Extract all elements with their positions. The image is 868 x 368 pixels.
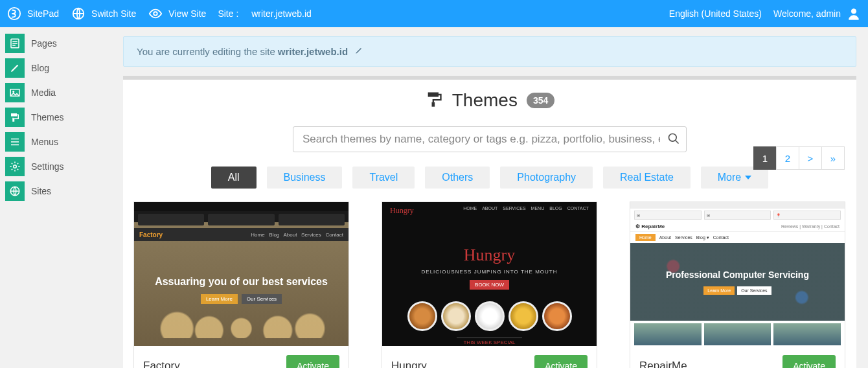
sidebar-label: Blog	[31, 63, 49, 73]
sidebar-item-settings[interactable]: Settings	[5, 157, 105, 176]
filter-more-label: More	[718, 172, 741, 183]
theme-preview: FactoryHome Blog About Services Contact …	[134, 202, 348, 346]
view-site[interactable]: View Site	[148, 6, 206, 21]
switch-site-label: Switch Site	[91, 8, 136, 19]
sidebar-label: Menus	[31, 137, 58, 147]
user-icon	[846, 6, 862, 21]
editing-site-notice: You are currently editing the site write…	[123, 36, 856, 67]
site-label-prefix: Site :	[218, 8, 238, 19]
notice-prefix: You are currently editing the site	[137, 46, 275, 57]
sidebar: Pages Blog Media Themes Menus Settings S…	[0, 27, 110, 213]
theme-name: RepairMe	[639, 360, 687, 368]
welcome-label: Welcome, admin	[773, 8, 841, 19]
topbar: SitePad Switch Site View Site Site : wri…	[0, 0, 868, 27]
sidebar-item-media[interactable]: Media	[5, 83, 105, 102]
media-icon	[5, 83, 25, 102]
svg-point-12	[669, 134, 677, 142]
page-1[interactable]: 1	[753, 146, 777, 170]
brand-label: SitePad	[27, 8, 59, 19]
filter-business[interactable]: Business	[267, 167, 343, 189]
menus-icon	[5, 132, 25, 152]
svg-point-3	[851, 9, 856, 14]
page-2[interactable]: 2	[776, 146, 799, 170]
activate-button[interactable]: Activate	[286, 355, 339, 368]
svg-point-2	[154, 12, 158, 16]
theme-cards: FactoryHome Blog About Services Contact …	[123, 189, 856, 368]
filter-more[interactable]: More	[701, 167, 768, 189]
activate-button[interactable]: Activate	[782, 355, 836, 368]
sidebar-label: Settings	[31, 161, 64, 172]
search-input[interactable]	[293, 126, 687, 152]
sidebar-item-menus[interactable]: Menus	[5, 132, 105, 152]
paint-roller-icon	[425, 90, 443, 111]
theme-name: Hungry	[391, 360, 427, 368]
page-title: Themes	[452, 90, 518, 111]
blog-icon	[5, 58, 25, 78]
eye-icon	[148, 6, 163, 21]
svg-rect-10	[428, 93, 438, 97]
main: You are currently editing the site write…	[117, 27, 863, 368]
view-site-label: View Site	[168, 8, 206, 19]
themes-icon	[5, 108, 25, 127]
theme-card-hungry[interactable]: HungryHOMEABOUTSERVICESMENUBLOGCONTACT H…	[382, 201, 597, 368]
language-selector[interactable]: English (United States)	[669, 8, 762, 19]
sidebar-item-pages[interactable]: Pages	[5, 34, 105, 53]
svg-rect-7	[11, 113, 17, 117]
sidebar-label: Media	[31, 87, 56, 98]
page-last[interactable]: »	[821, 146, 845, 170]
pagination: 1 2 > »	[753, 146, 845, 170]
search-icon[interactable]	[667, 132, 680, 148]
themes-count-badge: 354	[527, 93, 554, 108]
edit-site-icon[interactable]	[354, 46, 363, 57]
sidebar-label: Sites	[31, 186, 51, 196]
site-label-value: writer.jetweb.id	[251, 8, 312, 19]
current-site: Site : writer.jetweb.id	[218, 8, 311, 19]
chevron-down-icon	[745, 176, 751, 179]
theme-preview: ✉✉📍 ⚙ RepairMeReviews | Warranty | Conta…	[630, 202, 845, 346]
language-label: English (United States)	[669, 8, 762, 19]
category-filters: All Business Travel Others Photography R…	[123, 167, 856, 189]
sites-icon	[5, 181, 25, 201]
filter-travel[interactable]: Travel	[352, 167, 415, 189]
sidebar-label: Pages	[31, 38, 57, 49]
theme-name: Factory	[143, 360, 180, 368]
user-menu[interactable]: Welcome, admin	[773, 6, 862, 21]
filter-all[interactable]: All	[211, 167, 257, 189]
switch-site[interactable]: Switch Site	[71, 6, 136, 21]
page-next[interactable]: >	[799, 146, 822, 170]
theme-preview: HungryHOMEABOUTSERVICESMENUBLOGCONTACT H…	[382, 202, 597, 346]
sidebar-label: Themes	[31, 112, 64, 122]
sidebar-item-sites[interactable]: Sites	[5, 181, 105, 201]
theme-card-factory[interactable]: FactoryHome Blog About Services Contact …	[133, 201, 349, 368]
filter-photography[interactable]: Photography	[500, 167, 593, 189]
theme-card-repairme[interactable]: ✉✉📍 ⚙ RepairMeReviews | Warranty | Conta…	[630, 201, 845, 368]
brand-link[interactable]: SitePad	[6, 6, 59, 21]
svg-rect-11	[431, 102, 435, 107]
globe-icon	[71, 6, 86, 21]
filter-others[interactable]: Others	[425, 167, 490, 189]
activate-button[interactable]: Activate	[534, 355, 588, 368]
sidebar-item-themes[interactable]: Themes	[5, 108, 105, 127]
settings-icon	[5, 157, 25, 176]
svg-point-6	[12, 91, 14, 93]
svg-point-8	[14, 165, 17, 168]
pages-icon	[5, 34, 25, 53]
themes-panel: Themes 354 1 2 > » All Business Travel O…	[123, 80, 856, 368]
notice-site: writer.jetweb.id	[278, 46, 348, 57]
sitepad-logo-icon	[6, 6, 22, 21]
filter-realestate[interactable]: Real Estate	[603, 167, 691, 189]
page-title-row: Themes 354	[123, 90, 856, 111]
sidebar-item-blog[interactable]: Blog	[5, 58, 105, 78]
